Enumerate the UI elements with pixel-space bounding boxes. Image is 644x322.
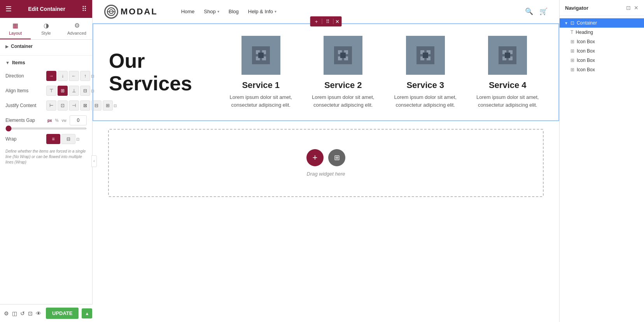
settings-icon[interactable]: ⚙	[4, 308, 9, 319]
nav-item-iconbox-1[interactable]: ⊞ Icon Box	[560, 37, 644, 46]
align-items-label: Align Items	[5, 88, 46, 93]
logo-icon	[104, 5, 118, 19]
cart-icon[interactable]: 🛒	[539, 7, 548, 16]
update-dropdown-btn[interactable]: ▲	[82, 308, 92, 318]
nav-blog[interactable]: Blog	[229, 9, 239, 14]
align-stretch-btn[interactable]: ⊟	[80, 86, 90, 96]
services-title: OurServices	[109, 50, 192, 94]
service-icon-3	[406, 36, 445, 75]
widget-add-btn[interactable]: +	[306, 149, 324, 166]
search-icon[interactable]: 🔍	[525, 7, 533, 16]
justify-center-btn[interactable]: ⊡	[58, 100, 68, 111]
nav-item-container[interactable]: ▼ ⊡ Container	[560, 18, 644, 28]
main-canvas: MODAL Home Shop ▾ Blog Help & Info ▾	[93, 0, 559, 322]
nav-iconbox2-label: Icon Box	[577, 48, 639, 54]
update-button[interactable]: UPDATE	[46, 308, 79, 319]
container-move-btn[interactable]: ⠿	[324, 18, 332, 25]
service-card-4: Service 4 Lorem ipsum dolor sit amet, co…	[472, 36, 543, 109]
align-center-btn[interactable]: ⊞	[58, 86, 68, 96]
gap-unit-px[interactable]: px	[46, 118, 53, 123]
service-card-3: Service 3 Lorem ipsum dolor sit amet, co…	[390, 36, 461, 109]
align-top-btn[interactable]: ⊤	[46, 86, 56, 96]
container-add-btn[interactable]: +	[313, 18, 320, 25]
gap-unit-percent[interactable]: %	[54, 118, 60, 123]
justify-content-label: Justify Content	[5, 103, 46, 108]
container-section-header[interactable]: ▶ Container	[5, 44, 87, 49]
widget-drop-buttons: + ⊞	[306, 149, 345, 166]
services-grid: Service 1 Lorem ipsum dolor sit amet, co…	[226, 36, 543, 109]
gap-unit-vw[interactable]: vw	[61, 118, 68, 123]
gap-input[interactable]	[70, 115, 87, 125]
tab-style-label: Style	[41, 31, 51, 35]
nav-help[interactable]: Help & Info ▾	[248, 9, 276, 14]
direction-right-btn[interactable]: →	[46, 71, 56, 81]
layers-icon[interactable]: ◫	[12, 308, 17, 319]
nav-container-arrow: ▼	[564, 21, 568, 25]
nav-shop[interactable]: Shop ▾	[204, 9, 219, 14]
service-icon-svg-3	[415, 45, 436, 66]
service-desc-3: Lorem ipsum dolor sit amet, consectetur …	[390, 93, 461, 109]
responsive-icon[interactable]: ⊡	[28, 308, 33, 319]
items-label: Items	[12, 60, 25, 65]
container-close-btn[interactable]: ✕	[335, 19, 340, 25]
logo-text: MODAL	[121, 7, 158, 17]
wrap-hint-icon: ⊡	[76, 137, 79, 141]
nav-iconbox1-label: Icon Box	[577, 39, 639, 44]
nav-item-iconbox-2[interactable]: ⊞ Icon Box	[560, 46, 644, 56]
advanced-icon: ⚙	[74, 22, 80, 29]
wrap-btn[interactable]: ⊟	[61, 134, 75, 144]
service-desc-2: Lorem ipsum dolor sit amet, consectetur …	[308, 93, 379, 109]
navigator-expand-icon[interactable]: ⊡	[626, 5, 631, 11]
nav-links: Home Shop ▾ Blog Help & Info ▾	[181, 9, 513, 14]
panel-header: ☰ Edit Container ⠿	[0, 0, 92, 18]
nav-home[interactable]: Home	[181, 9, 195, 14]
style-icon: ◑	[44, 22, 49, 29]
navigator-icons: ⊡ ✕	[626, 5, 639, 11]
services-heading: OurServices	[109, 36, 226, 109]
grid-icon[interactable]: ⠿	[82, 5, 87, 13]
svg-rect-14	[340, 53, 346, 58]
eye-icon[interactable]: 👁	[36, 308, 41, 319]
panel-tabs: ▦ Layout ◑ Style ⚙ Advanced	[0, 18, 92, 40]
tab-advanced-label: Advanced	[67, 31, 86, 35]
direction-row: Direction → ↓ ← ↑ ⊡	[5, 71, 87, 81]
tab-style[interactable]: ◑ Style	[31, 18, 61, 39]
nav-item-iconbox-3[interactable]: ⊞ Icon Box	[560, 56, 644, 65]
items-section-header[interactable]: ▼ Items	[5, 60, 87, 65]
align-items-row: Align Items ⊤ ⊞ ⊥ ⊟ ⊡	[5, 86, 87, 96]
gap-slider[interactable]	[5, 128, 87, 129]
history-icon[interactable]: ↺	[20, 308, 25, 319]
service-desc-4: Lorem ipsum dolor sit amet, consectetur …	[472, 93, 543, 109]
toolbar-divider-2	[333, 19, 334, 24]
tab-layout[interactable]: ▦ Layout	[0, 18, 31, 39]
service-icon-1	[242, 36, 280, 75]
canvas-inner: MODAL Home Shop ▾ Blog Help & Info ▾	[93, 0, 559, 322]
justify-content-row: Justify Content ⊢ ⊡ ⊣ ⊠ ⊟ ⊞ ⊡	[5, 100, 87, 111]
navigator-tree: ▼ ⊡ Container T Heading ⊞ Icon Box ⊞ Ico…	[560, 16, 644, 77]
elements-gap-label: Elements Gap	[5, 118, 46, 123]
nav-item-heading[interactable]: T Heading	[560, 28, 644, 37]
collapse-panel-btn[interactable]: ‹	[91, 155, 97, 167]
tab-advanced[interactable]: ⚙ Advanced	[61, 18, 92, 39]
align-bottom-btn[interactable]: ⊥	[69, 86, 79, 96]
justify-end-btn[interactable]: ⊣	[69, 100, 79, 111]
navigator-title: Navigator	[565, 5, 588, 11]
justify-start-btn[interactable]: ⊢	[46, 100, 56, 111]
right-panel: Navigator ⊡ ✕ ▼ ⊡ Container T Heading ⊞ …	[559, 0, 644, 322]
hamburger-icon[interactable]: ☰	[5, 5, 12, 13]
widget-grid-btn[interactable]: ⊞	[328, 149, 345, 166]
no-wrap-btn[interactable]: ≡	[46, 134, 60, 144]
wrap-label: Wrap	[5, 136, 46, 142]
nav-heading-icon: T	[570, 30, 573, 35]
direction-down-btn[interactable]: ↓	[58, 71, 68, 81]
direction-up-btn[interactable]: ↑	[80, 71, 90, 81]
svg-rect-20	[423, 53, 428, 58]
wrap-buttons: ≡ ⊟	[46, 134, 75, 144]
nav-item-iconbox-4[interactable]: ⊞ Icon Box	[560, 65, 644, 74]
navigator-close-icon[interactable]: ✕	[634, 5, 639, 11]
justify-space-between-btn[interactable]: ⊠	[80, 100, 90, 111]
direction-label: Direction	[5, 73, 46, 79]
direction-left-btn[interactable]: ←	[69, 71, 79, 81]
shop-chevron: ▾	[217, 9, 219, 14]
service-card-1: Service 1 Lorem ipsum dolor sit amet, co…	[226, 36, 296, 109]
